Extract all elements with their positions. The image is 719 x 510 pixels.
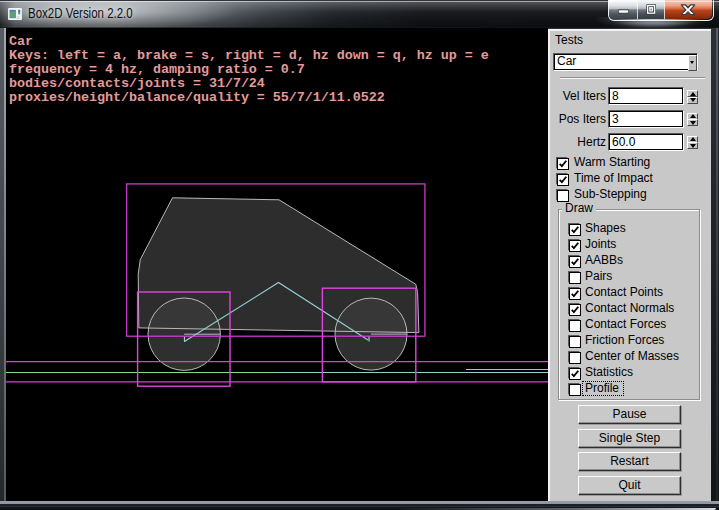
svg-text:bodies/contacts/joints = 31/7/: bodies/contacts/joints = 31/7/24 xyxy=(9,76,265,91)
svg-text:Car: Car xyxy=(9,34,33,49)
svg-text:proxies/height/balance/quality: proxies/height/balance/quality = 55/7/1/… xyxy=(9,90,385,105)
svg-text:Keys: left = a, brake = s, rig: Keys: left = a, brake = s, right = d, hz… xyxy=(9,48,489,63)
